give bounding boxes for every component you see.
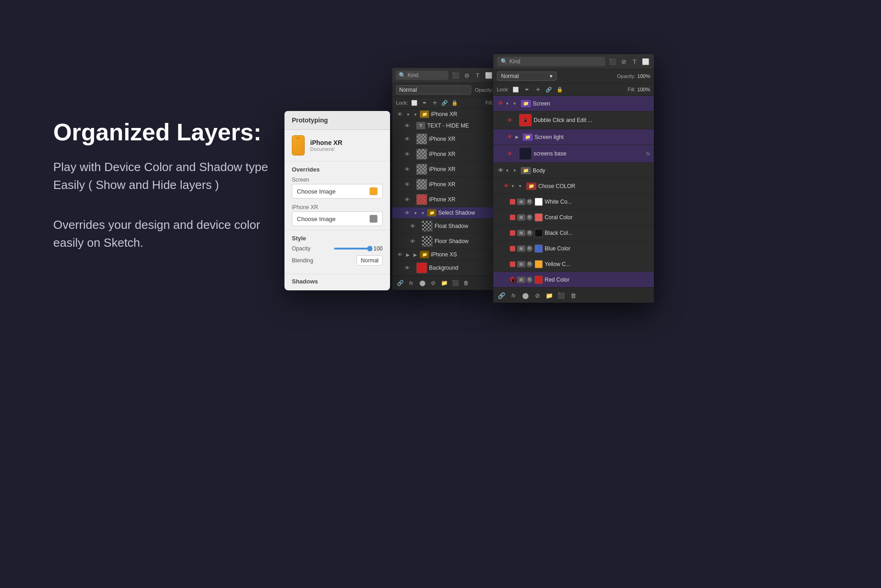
eye-icon[interactable]: 👁 — [506, 133, 513, 141]
fx-bottom-icon[interactable]: fx — [407, 279, 415, 287]
eye-icon[interactable]: 👁 — [502, 183, 510, 190]
move-icon[interactable]: ✒ — [421, 99, 428, 106]
mlp-search[interactable]: 🔍 Kind — [497, 57, 605, 66]
adjust-bottom-icon[interactable]: ⬛ — [557, 291, 566, 300]
select-shadow-label: Select Shadow — [438, 210, 493, 216]
mlp-layer-screens-base[interactable]: 👁 screens base fx — [493, 145, 654, 163]
expand-icon-2[interactable]: ▾ — [413, 111, 418, 117]
expand-icon[interactable]: ▾ — [413, 210, 418, 216]
layer-item[interactable]: 👁 ▾ ▾ 📁 iPhone XR — [392, 109, 497, 120]
circle-bottom-icon[interactable]: ⊘ — [533, 291, 542, 300]
layer-item[interactable]: 👁 iPhone XR — [392, 132, 497, 147]
move2-icon[interactable]: ✛ — [534, 85, 542, 94]
eye-icon[interactable]: 👁 — [403, 181, 411, 188]
mlp-color-blue[interactable]: ▤ ⛓ Blue Color — [493, 241, 654, 256]
eye-icon[interactable]: 👁 — [497, 167, 504, 174]
rect-icon[interactable]: ⬜ — [484, 71, 493, 80]
layer-item[interactable]: 👁 T TEXT - HIDE ME — [392, 120, 497, 132]
pixel-icon[interactable]: ⬛ — [608, 57, 617, 66]
lock2-icon[interactable]: 🔒 — [451, 99, 458, 106]
eye-dot[interactable]: 👁 — [510, 277, 515, 283]
layer-item[interactable]: 👁 ▾ ▾ 📁 Select Shadow — [392, 207, 497, 219]
layer-item[interactable]: 👁 iPhone XR — [392, 177, 497, 192]
mlp-layer-screen-light[interactable]: 👁 ▶ 📁 Screen light — [493, 129, 654, 145]
link-bottom-icon[interactable]: 🔗 — [396, 279, 404, 287]
text-icon[interactable]: T — [630, 57, 639, 66]
choose-image-btn-2[interactable]: Choose Image — [292, 211, 383, 226]
layer-item[interactable]: 👁 iPhone XR — [392, 147, 497, 162]
fx-bottom-icon[interactable]: fx — [509, 291, 518, 300]
layer-item[interactable]: 👁 iPhone XR — [392, 192, 497, 207]
link-bottom-icon[interactable]: 🔗 — [497, 291, 506, 300]
lock-icon[interactable]: ⬜ — [411, 99, 418, 106]
folder-bottom-icon[interactable]: 📁 — [440, 279, 448, 287]
expand-icon[interactable]: ▶ — [515, 134, 521, 139]
link-icon[interactable]: 🔗 — [441, 99, 448, 106]
eye-icon[interactable]: 👁 — [403, 150, 411, 158]
adjust-bottom-icon[interactable]: ⬛ — [451, 279, 459, 287]
lock-check-icon[interactable]: ⬜ — [512, 85, 520, 94]
mlp-layer-screen[interactable]: 👁 ▾ ▾ 📁 Screen — [493, 96, 654, 111]
expand-icon-2[interactable]: ▾ — [513, 168, 519, 173]
layer-item[interactable]: 👁 Floor Shadow — [392, 234, 497, 249]
eye-icon[interactable]: 👁 — [506, 116, 513, 124]
layer-item[interactable]: 👁 ▶ ▶ 📁 iPhone XS — [392, 249, 497, 261]
eye-icon[interactable]: 👁 — [403, 122, 411, 129]
folder-bottom-icon[interactable]: 📁 — [545, 291, 554, 300]
link2-icon[interactable]: 🔗 — [545, 85, 553, 94]
eye-icon[interactable]: 👁 — [396, 111, 403, 118]
arrows-icon[interactable]: ✛ — [431, 99, 438, 106]
layers-back-search[interactable]: 🔍 Kind — [396, 71, 448, 80]
opacity-slider[interactable]: 100 — [334, 245, 383, 252]
lock3-icon[interactable]: 🔒 — [556, 85, 564, 94]
circle-icon[interactable]: ⊘ — [462, 71, 471, 80]
choose-image-btn-1[interactable]: Choose Image — [292, 184, 383, 199]
layers-back-mode-select[interactable]: Normal — [396, 85, 471, 94]
expand-icon[interactable]: ▾ — [506, 168, 512, 173]
mlp-color-red[interactable]: 👁 ▤ ⛓ Red Color — [493, 272, 654, 288]
text-icon[interactable]: T — [473, 71, 482, 80]
expand-icon[interactable]: ▾ — [512, 183, 517, 189]
rect-icon[interactable]: ⬜ — [641, 57, 650, 66]
mlp-color-coral[interactable]: ▤ ⛓ Coral Color — [493, 210, 654, 225]
eye-icon[interactable]: 👁 — [403, 166, 411, 173]
mlp-mode-select[interactable]: Normal▾ — [497, 72, 557, 81]
eye-icon[interactable]: 👁 — [403, 135, 411, 143]
mlp-color-white[interactable]: ▤ ⛓ White Co... — [493, 194, 654, 210]
eye-icon[interactable]: 👁 — [403, 264, 411, 272]
eye-icon[interactable]: 👁 — [396, 251, 403, 258]
expand-icon[interactable]: ▾ — [405, 111, 411, 117]
expand-icon-2[interactable]: ▾ — [420, 210, 425, 216]
eye-icon[interactable]: 👁 — [403, 209, 411, 216]
mlp-opacity-label: Opacity: — [617, 73, 636, 79]
mlp-bottom-bar: 🔗 fx ⬤ ⊘ 📁 ⬛ 🗑 — [493, 288, 654, 303]
trash-bottom-icon[interactable]: 🗑 — [569, 291, 578, 300]
fill-area: Fill: 100% — [628, 87, 650, 92]
pixel-icon[interactable]: ⬛ — [451, 71, 460, 80]
camera-bottom-icon[interactable]: ⬤ — [418, 279, 426, 287]
mlp-color-black[interactable]: ▤ ⛓ Black Col... — [493, 225, 654, 241]
mlp-layer-dubble-click[interactable]: 👁 📱 Dubble Click and Edit ... — [493, 111, 654, 129]
mlp-layer-chose-color[interactable]: 👁 ▾ ▾ 📁 Chose COLOR — [493, 178, 654, 194]
eye-icon[interactable]: 👁 — [409, 238, 416, 245]
expand-icon-2[interactable]: ▾ — [513, 101, 519, 106]
expand-icon[interactable]: ▾ — [506, 101, 512, 106]
expand-icon[interactable]: ▶ — [405, 252, 411, 257]
blending-select[interactable]: Normal — [357, 255, 383, 266]
layer-item[interactable]: 👁 iPhone XR — [392, 162, 497, 177]
eye-icon[interactable]: 👁 — [403, 196, 411, 203]
eye-icon[interactable]: 👁 — [409, 222, 416, 230]
circle-icon[interactable]: ⊘ — [619, 57, 628, 66]
expand-icon-2[interactable]: ▾ — [519, 183, 524, 189]
eye-icon[interactable]: 👁 — [506, 150, 513, 157]
layer-item[interactable]: 👁 Float Shadow — [392, 219, 497, 234]
camera-bottom-icon[interactable]: ⬤ — [521, 291, 530, 300]
expand-icon-2[interactable]: ▶ — [413, 252, 418, 257]
eye-icon[interactable]: 👁 — [497, 100, 504, 107]
pen-icon[interactable]: ✒ — [523, 85, 531, 94]
trash-bottom-icon[interactable]: 🗑 — [462, 279, 470, 287]
mlp-layer-body[interactable]: 👁 ▾ ▾ 📁 Body — [493, 163, 654, 178]
circle-bottom-icon[interactable]: ⊘ — [429, 279, 437, 287]
mlp-color-yellow[interactable]: ▤ ⛓ Yellow C... — [493, 256, 654, 272]
layer-item[interactable]: 👁 Background — [392, 261, 497, 276]
